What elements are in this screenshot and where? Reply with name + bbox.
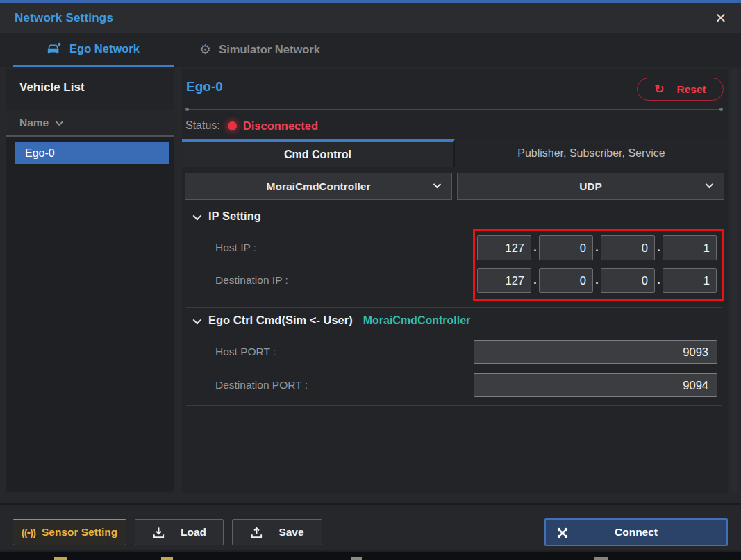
sensor-signal-icon: ((•)) — [22, 527, 35, 538]
host-ip-inputs: . . . — [477, 235, 717, 260]
sensor-setting-label: Sensor Setting — [42, 526, 117, 538]
vehicle-title: Ego-0 — [186, 79, 223, 94]
chevron-down-icon — [56, 118, 63, 126]
network-settings-dialog: Network Settings ✕ Ego Network ⚙ Simulat… — [0, 0, 741, 550]
destination-ip-row: Destination IP : . . . — [182, 267, 728, 294]
destination-ip-octet-4[interactable] — [663, 268, 717, 293]
host-ip-row: Host IP : . . . — [182, 235, 728, 261]
host-ip-octet-2[interactable] — [539, 235, 593, 260]
collapse-chevron-icon — [193, 314, 199, 327]
status-row: Status: Disconnected — [185, 112, 318, 139]
download-icon — [152, 526, 165, 539]
list-item-ego-0[interactable]: Ego-0 — [15, 142, 169, 164]
ip-dot-separator: . — [531, 241, 539, 254]
scrollbar[interactable] — [731, 69, 738, 493]
controller-name-badge: MoraiCmdController — [363, 314, 471, 327]
background-scene — [0, 550, 741, 560]
destination-ip-label: Destination IP : — [215, 274, 288, 287]
road-marking — [161, 557, 173, 560]
road-marking — [594, 557, 608, 560]
host-port-label: Host PORT : — [215, 346, 276, 358]
gear-icon: ⚙ — [199, 43, 211, 56]
tab-ego-network-label: Ego Network — [69, 42, 140, 56]
status-badge: Disconnected — [243, 119, 318, 133]
host-port-row: Host PORT : — [182, 339, 728, 365]
destination-ip-octet-1[interactable] — [477, 268, 531, 293]
road-marking — [54, 557, 67, 560]
ip-dot-separator: . — [593, 274, 601, 287]
network-hub-icon — [556, 526, 569, 540]
chevron-down-icon — [706, 180, 713, 188]
ip-dot-separator: . — [655, 241, 663, 254]
detail-header: Ego-0 ↻ Reset — [182, 69, 728, 108]
vehicle-detail-panel: Ego-0 ↻ Reset Status: Disconnected Cmd C… — [182, 69, 728, 493]
ip-dot-separator: . — [593, 241, 601, 254]
ip-dot-separator: . — [531, 274, 539, 287]
destination-port-input[interactable] — [474, 373, 717, 397]
name-column-label: Name — [19, 117, 49, 129]
refresh-icon: ↻ — [654, 82, 664, 96]
close-icon[interactable]: ✕ — [710, 8, 731, 28]
status-label: Status: — [185, 119, 220, 132]
ego-ctrl-cmd-title: Ego Ctrl Cmd(Sim <- User) — [208, 314, 353, 327]
road-marking — [351, 557, 362, 560]
car-icon — [47, 42, 62, 56]
ip-setting-section-header[interactable]: IP Setting — [193, 210, 261, 223]
dialog-titlebar: Network Settings ✕ — [0, 3, 741, 33]
upload-icon — [250, 526, 263, 539]
save-button-label: Save — [278, 526, 303, 538]
destination-port-row: Destination PORT : — [182, 372, 728, 398]
chevron-down-icon — [433, 180, 441, 188]
host-ip-label: Host IP : — [215, 241, 256, 254]
tab-publisher-subscriber-service[interactable]: Publisher, Subscriber, Service — [455, 139, 728, 167]
load-button-label: Load — [181, 526, 206, 538]
vehicle-list-column-header[interactable]: Name — [6, 110, 174, 137]
protocol-dropdown-row: MoraiCmdController UDP — [185, 173, 724, 200]
tab-simulator-network[interactable]: ⚙ Simulator Network — [185, 33, 334, 67]
tab-cmd-control[interactable]: Cmd Control — [182, 139, 455, 167]
ip-dot-separator: . — [655, 274, 663, 287]
section-divider — [186, 405, 722, 406]
load-button[interactable]: Load — [135, 519, 224, 545]
sensor-setting-button[interactable]: ((•)) Sensor Setting — [13, 519, 126, 545]
network-protocol-dropdown-value: UDP — [579, 180, 602, 193]
reset-button[interactable]: ↻ Reset — [637, 78, 724, 101]
collapse-chevron-icon — [193, 210, 199, 223]
ip-setting-title: IP Setting — [208, 210, 261, 223]
network-protocol-dropdown[interactable]: UDP — [457, 173, 724, 200]
destination-ip-inputs: . . . — [477, 268, 717, 293]
host-port-input[interactable] — [474, 340, 717, 364]
connect-button[interactable]: Connect — [544, 518, 728, 546]
dialog-body: Vehicle List Name Ego-0 Ego-0 ↻ Reset St… — [0, 67, 741, 505]
status-dot-icon — [228, 121, 237, 130]
host-ip-octet-1[interactable] — [477, 235, 531, 260]
host-ip-octet-3[interactable] — [601, 235, 655, 260]
destination-ip-octet-2[interactable] — [539, 268, 593, 293]
tab-ego-network[interactable]: Ego Network — [13, 33, 174, 67]
section-divider — [186, 307, 722, 308]
dialog-title: Network Settings — [15, 11, 113, 25]
tab-simulator-network-label: Simulator Network — [219, 43, 320, 56]
dialog-footer: ((•)) Sensor Setting Load Save — [0, 505, 741, 550]
vehicle-list-panel: Vehicle List Name Ego-0 — [6, 69, 174, 493]
save-button[interactable]: Save — [232, 519, 322, 545]
controller-dropdown-value: MoraiCmdController — [267, 180, 371, 193]
network-tabbar: Ego Network ⚙ Simulator Network — [0, 33, 741, 67]
header-divider — [185, 109, 723, 110]
destination-ip-octet-3[interactable] — [601, 268, 655, 293]
controller-dropdown[interactable]: MoraiCmdController — [185, 173, 452, 200]
ego-ctrl-cmd-section-header[interactable]: Ego Ctrl Cmd(Sim <- User) MoraiCmdContro… — [193, 314, 470, 327]
connect-button-label: Connect — [615, 526, 658, 538]
vehicle-list: Ego-0 — [6, 137, 174, 491]
control-subtabs: Cmd Control Publisher, Subscriber, Servi… — [182, 139, 728, 167]
destination-port-label: Destination PORT : — [215, 379, 308, 391]
host-ip-octet-4[interactable] — [663, 235, 717, 260]
reset-button-label: Reset — [677, 83, 706, 96]
vehicle-list-title: Vehicle List — [6, 69, 174, 110]
